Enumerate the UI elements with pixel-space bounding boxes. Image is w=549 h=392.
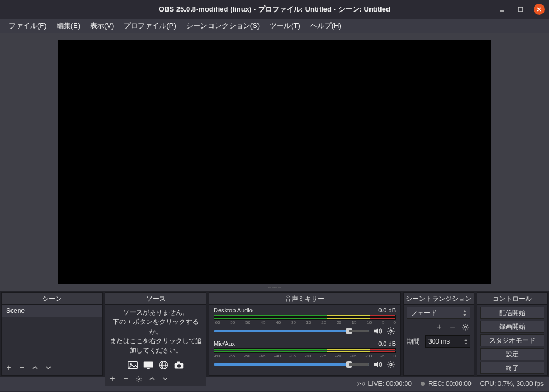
- mixer-channel-db: 0.0 dB: [378, 307, 396, 313]
- menubar: ファイル(F) 編集(E) 表示(V) プロファイル(P) シーンコレクション(…: [0, 19, 549, 33]
- exit-button[interactable]: 終了: [480, 362, 544, 374]
- menu-tools[interactable]: ツール(T): [265, 19, 305, 32]
- mixer-volume-slider[interactable]: [214, 330, 369, 332]
- svg-rect-7: [147, 368, 150, 369]
- speaker-icon[interactable]: [373, 326, 383, 336]
- transition-select[interactable]: フェード ▲▼: [407, 307, 470, 319]
- start-streaming-button[interactable]: 配信開始: [480, 307, 544, 319]
- dock-transitions: シーントランジション フェード ▲▼ + − 期間 300 ms ▲▼: [403, 292, 474, 376]
- close-button[interactable]: [534, 4, 545, 15]
- preview-canvas[interactable]: [58, 40, 491, 284]
- camera-source-icon: [172, 359, 186, 372]
- sources-empty-text: ソースがありません。 下の + ボタンをクリックするか、 またはここを右クリック…: [105, 305, 206, 356]
- source-move-down-button[interactable]: [160, 374, 170, 384]
- dock-scenes: シーン Scene + −: [1, 292, 103, 376]
- svg-rect-6: [143, 362, 153, 368]
- dock-transitions-title: シーントランジション: [404, 293, 474, 305]
- dock-sources: ソース ソースがありません。 下の + ボタンをクリックするか、 またはここを右…: [105, 292, 206, 376]
- status-cpu: CPU: 0.7%, 30.00 fps: [480, 380, 544, 388]
- mixer-ticks: -60-55-50-45-40-35-30-25-20-15-10-50: [214, 320, 396, 325]
- transition-duration-label: 期間: [407, 337, 423, 346]
- dock-mixer-title: 音声ミキサー: [209, 293, 400, 305]
- dock-mixer: 音声ミキサー Desktop Audio 0.0 dB -60-55-50-45…: [209, 292, 401, 376]
- svg-rect-12: [177, 362, 180, 364]
- dock-scenes-title: シーン: [2, 293, 102, 305]
- menu-help[interactable]: ヘルプ(H): [306, 19, 346, 32]
- start-recording-button[interactable]: 録画開始: [480, 321, 544, 333]
- image-source-icon: [126, 359, 139, 372]
- mixer-meter: [214, 351, 396, 353]
- source-properties-button[interactable]: [134, 374, 144, 384]
- broadcast-icon: [357, 380, 365, 388]
- window-title: OBS 25.0.8-modified (linux) - プロファイル: Un…: [0, 4, 549, 14]
- menu-scene-collection[interactable]: シーンコレクション(S): [182, 19, 264, 32]
- gear-icon[interactable]: [386, 326, 396, 336]
- display-source-icon: [142, 359, 155, 372]
- svg-rect-1: [518, 7, 523, 12]
- docks-row: シーン Scene + − ソース ソースがありません。 下の + ボタンをクリ…: [0, 291, 549, 377]
- mixer-channel-mic: Mic/Aux 0.0 dB -60-55-50-45-40-35-30-25-…: [214, 340, 396, 369]
- transition-properties-button[interactable]: [461, 322, 470, 332]
- globe-source-icon: [157, 359, 170, 372]
- mixer-channel-db: 0.0 dB: [378, 340, 396, 347]
- dock-controls: コントロール 配信開始 録画開始 スタジオモード 設定 終了: [477, 292, 548, 376]
- source-add-button[interactable]: +: [108, 374, 117, 384]
- studio-mode-button[interactable]: スタジオモード: [480, 334, 544, 346]
- mixer-channel-desktop: Desktop Audio 0.0 dB -60-55-50-45-40-35-…: [214, 307, 396, 336]
- settings-button[interactable]: 設定: [480, 348, 544, 360]
- mixer-channel-name: Mic/Aux: [214, 340, 235, 347]
- maximize-button[interactable]: [515, 4, 526, 15]
- svg-point-14: [138, 378, 140, 380]
- source-move-up-button[interactable]: [147, 374, 157, 384]
- transition-duration-input[interactable]: 300 ms ▲▼: [425, 335, 470, 348]
- statusbar: LIVE: 00:00:00 REC: 00:00:00 CPU: 0.7%, …: [0, 377, 549, 391]
- record-dot-icon: [421, 382, 425, 386]
- status-rec: REC: 00:00:00: [421, 380, 472, 388]
- mixer-volume-slider[interactable]: [214, 363, 369, 366]
- mixer-meter: [214, 315, 396, 317]
- scene-add-button[interactable]: +: [4, 363, 14, 373]
- status-live: LIVE: 00:00:00: [357, 380, 411, 388]
- scene-remove-button[interactable]: −: [17, 363, 27, 373]
- titlebar: OBS 25.0.8-modified (linux) - プロファイル: Un…: [0, 0, 549, 19]
- dock-drag-handle[interactable]: ┈┈┈┈: [268, 285, 281, 290]
- svg-point-18: [360, 383, 361, 384]
- source-remove-button[interactable]: −: [121, 374, 131, 384]
- preview-area: ┈┈┈┈: [0, 33, 549, 291]
- transition-add-button[interactable]: +: [434, 322, 444, 332]
- mixer-ticks: -60-55-50-45-40-35-30-25-20-15-10-50: [214, 354, 396, 359]
- svg-point-16: [390, 363, 392, 366]
- mixer-channel-name: Desktop Audio: [214, 307, 253, 313]
- speaker-icon[interactable]: [373, 360, 383, 369]
- menu-file[interactable]: ファイル(F): [4, 19, 51, 32]
- mixer-meter: [214, 317, 396, 320]
- dock-controls-title: コントロール: [477, 293, 547, 305]
- menu-profile[interactable]: プロファイル(P): [119, 19, 180, 32]
- svg-point-13: [177, 364, 180, 367]
- mixer-meter: [214, 348, 396, 350]
- minimize-button[interactable]: [496, 4, 507, 15]
- scene-move-down-button[interactable]: [43, 363, 53, 373]
- svg-point-17: [464, 326, 467, 328]
- menu-view[interactable]: 表示(V): [86, 19, 118, 32]
- dock-sources-title: ソース: [105, 293, 206, 305]
- transition-remove-button[interactable]: −: [447, 322, 457, 332]
- svg-point-15: [390, 330, 392, 332]
- menu-edit[interactable]: 編集(E): [52, 19, 85, 32]
- scene-move-up-button[interactable]: [30, 363, 40, 373]
- gear-icon[interactable]: [386, 360, 396, 369]
- scene-list-item[interactable]: Scene: [2, 305, 102, 317]
